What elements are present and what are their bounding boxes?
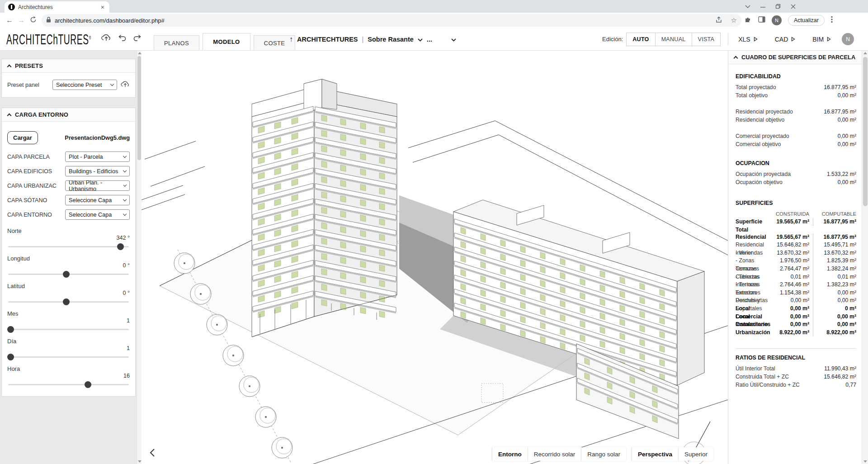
export-button[interactable]: BIM: [810, 36, 834, 43]
tab-close-icon[interactable]: ×: [99, 4, 106, 11]
camera-mode-chip[interactable]: Superior: [678, 447, 713, 461]
cargar-button[interactable]: Cargar: [7, 131, 38, 144]
row-label: Comercial proyectado: [736, 132, 789, 140]
lock-icon: [46, 16, 51, 24]
collapse-chevron-icon: [734, 56, 738, 60]
scrollbar-thumb[interactable]: [863, 57, 868, 206]
update-button[interactable]: Actualizar: [788, 15, 825, 26]
publish-up-arrow-icon[interactable]: ↑: [289, 35, 293, 43]
forward-icon[interactable]: →: [15, 16, 27, 24]
level-chevron-icon[interactable]: [418, 36, 423, 43]
data-row: Residencial objetivo0,00 m²: [736, 116, 856, 124]
collapse-sidebar-chevron-icon[interactable]: [147, 447, 158, 459]
level-selector[interactable]: Sobre Rasante: [368, 36, 414, 43]
preset-select[interactable]: Seleccione Preset: [52, 80, 117, 90]
share-icon[interactable]: [716, 16, 723, 25]
window-restore-icon[interactable]: [775, 4, 781, 9]
url-text[interactable]: architechtures.com/dashboard/editor.php#: [55, 17, 712, 24]
slider-track[interactable]: [8, 356, 129, 358]
row-value: 0,00 m²: [838, 116, 856, 124]
export-button[interactable]: XLS: [736, 36, 760, 43]
edit-mode-button[interactable]: AUTO: [626, 33, 655, 46]
layer-select[interactable]: Urban Plan. - Urbanismo: [65, 180, 130, 191]
preset-upload-icon[interactable]: [121, 80, 130, 90]
dropdown-chevron-icon[interactable]: [451, 36, 456, 43]
undo-icon[interactable]: [118, 34, 127, 43]
extensions-icon[interactable]: [744, 16, 752, 25]
row-label: Porches y Soportales: [736, 297, 772, 305]
project-name[interactable]: ARCHITECHTURES: [297, 36, 358, 43]
browser-profile-avatar[interactable]: N: [772, 15, 782, 25]
window-minimize-icon[interactable]: [760, 5, 765, 8]
sidebar-scrollbar[interactable]: [137, 51, 142, 464]
publish-cloud-icon[interactable]: [101, 33, 111, 43]
reload-icon[interactable]: [27, 16, 39, 25]
bookmark-star-icon[interactable]: ☆: [731, 16, 737, 24]
tab-label: PLANOS: [164, 40, 189, 47]
slider-track[interactable]: [8, 246, 129, 247]
scroll-up-icon[interactable]: [863, 52, 867, 54]
app-logo: ARCHITEChTURES®: [6, 32, 91, 48]
edit-mode-button[interactable]: VISTA: [692, 33, 721, 46]
scrollbar-thumb[interactable]: [137, 56, 141, 160]
mode-tab[interactable]: MODELO: [203, 33, 250, 50]
tab-title: Architechtures: [18, 4, 96, 10]
scroll-up-icon[interactable]: [138, 52, 142, 54]
window-close-icon[interactable]: [791, 4, 796, 9]
user-avatar[interactable]: N: [842, 33, 854, 45]
slider-track[interactable]: [8, 301, 129, 303]
viewport-3d[interactable]: EntornoRecorrido solarRango solar Perspe…: [142, 51, 728, 464]
redo-icon[interactable]: [133, 34, 142, 43]
back-icon[interactable]: ←: [4, 16, 15, 24]
side-panel-icon[interactable]: [758, 16, 765, 24]
data-row: Ocupación objetivo0,00 m²: [736, 178, 856, 186]
slider-track[interactable]: [8, 329, 129, 330]
overflow-ellipsis[interactable]: ...: [427, 36, 432, 43]
row-label: - Terrazas Interiores: [736, 273, 772, 281]
scene-canvas[interactable]: [142, 51, 728, 464]
view-mode-chip[interactable]: Recorrido solar: [528, 447, 581, 461]
scroll-down-icon[interactable]: [138, 460, 142, 463]
layer-select[interactable]: Seleccione Capa: [65, 195, 130, 205]
slider-handle[interactable]: [7, 326, 14, 333]
row-label: Superficie Total: [736, 218, 772, 226]
url-bar[interactable]: architechtures.com/dashboard/editor.php#…: [42, 14, 741, 27]
layer-select[interactable]: Plot - Parcela: [65, 152, 130, 162]
slider-handle[interactable]: [63, 298, 70, 305]
export-button[interactable]: CAD: [772, 36, 798, 43]
row-computable: 8.922,00 m²: [813, 329, 856, 337]
registered-mark: ®: [89, 35, 91, 40]
main-area: PRESETS Preset panel Seleccione Preset: [0, 51, 868, 464]
carga-entorno-header[interactable]: CARGA ENTORNO: [2, 108, 135, 122]
slider-handle[interactable]: [85, 381, 91, 388]
superficies-table: Superficie Total 19.565,67 m² 16.877,95 …: [736, 218, 856, 336]
browser-menu-dots-icon[interactable]: [831, 16, 833, 25]
slider-handle[interactable]: [117, 243, 124, 250]
row-label: Construida Total + ZC: [736, 373, 789, 381]
chevron-down-icon: [123, 154, 127, 158]
panel-title: CUADRO DE SUPERFICIES DE PARCELA: [741, 54, 855, 61]
view-mode-chip[interactable]: Entorno: [492, 447, 528, 461]
slider: Mes 1: [7, 310, 130, 330]
edit-mode-button[interactable]: MANUAL: [655, 33, 692, 46]
mode-tab[interactable]: PLANOS: [154, 35, 199, 50]
superficies-panel-header[interactable]: CUADRO DE SUPERFICIES DE PARCELA: [728, 51, 868, 64]
carga-entorno-card: CARGA ENTORNO Cargar PresentacionDwg5.dw…: [1, 108, 136, 397]
edicion-label: Edición:: [602, 36, 623, 43]
right-panel-scrollbar[interactable]: [862, 51, 868, 464]
camera-mode-chip[interactable]: Perspectiva: [632, 447, 678, 461]
slider-handle[interactable]: [63, 271, 70, 278]
browser-tab[interactable]: Architechtures ×: [5, 1, 109, 13]
slider-track[interactable]: [8, 274, 129, 275]
row-value: 16.877,95 m²: [824, 108, 856, 116]
viewport-toolbar: EntornoRecorrido solarRango solar Perspe…: [492, 447, 728, 461]
presets-header[interactable]: PRESETS: [2, 59, 135, 73]
divider: [728, 33, 728, 45]
scroll-down-icon[interactable]: [863, 460, 867, 463]
view-mode-chip[interactable]: Rango solar: [581, 447, 626, 461]
slider-handle[interactable]: [7, 354, 14, 360]
layer-select[interactable]: Buildings - Edificios: [65, 166, 130, 176]
layer-select[interactable]: Seleccione Capa: [65, 209, 130, 220]
window-menu-chevron-icon[interactable]: [745, 5, 750, 8]
slider-track[interactable]: [8, 384, 129, 385]
